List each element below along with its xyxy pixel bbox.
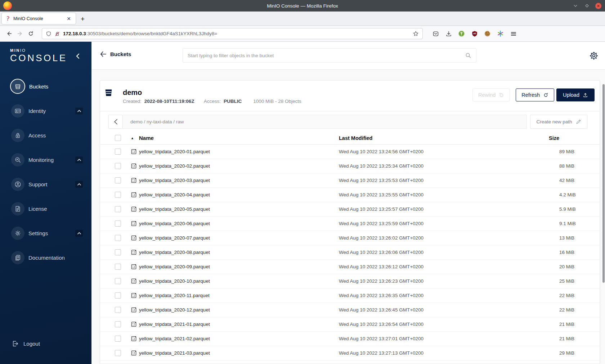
table-row[interactable]: yellow_tripdata_2021-01.parquet Wed Aug … — [100, 317, 600, 332]
object-name: yellow_tripdata_2020-04.parquet — [139, 192, 339, 197]
table-row[interactable]: yellow_tripdata_2020-09.parquet Wed Aug … — [100, 260, 600, 274]
table-row[interactable]: yellow_tripdata_2020-02.parquet Wed Aug … — [100, 159, 600, 173]
sort-asc-icon[interactable]: ▲ — [131, 136, 137, 140]
create-new-path-button[interactable]: Create new path — [530, 115, 587, 129]
connection-not-secure-icon[interactable] — [54, 31, 60, 37]
object-name: yellow_tripdata_2020-05.parquet — [139, 206, 339, 212]
row-checkbox[interactable] — [115, 321, 121, 327]
maximize-icon[interactable] — [584, 3, 590, 9]
row-checkbox[interactable] — [115, 278, 121, 284]
chevron-up-icon[interactable] — [75, 230, 83, 237]
cookie-icon[interactable] — [484, 30, 491, 37]
minimize-icon[interactable] — [572, 3, 579, 9]
object-name: yellow_tripdata_2020-01.parquet — [139, 149, 339, 154]
column-header-name[interactable]: Name — [139, 135, 339, 141]
sidebar-item-label: Documentation — [28, 255, 65, 261]
new-tab-button[interactable]: + — [81, 15, 85, 22]
row-checkbox[interactable] — [115, 307, 121, 313]
sidebar-item-identity[interactable]: Identity — [0, 99, 91, 123]
tracking-shield-icon[interactable] — [46, 31, 51, 37]
chevron-up-icon[interactable] — [75, 156, 83, 163]
browser-tab[interactable]: MinIO Console ✕ — [2, 13, 76, 24]
row-checkbox[interactable] — [115, 292, 121, 299]
sidebar-item-logout[interactable]: Logout — [11, 340, 40, 347]
table-row[interactable]: yellow_tripdata_2020-04.parquet Wed Aug … — [100, 188, 600, 202]
table-row[interactable]: yellow_tripdata_2020-05.parquet Wed Aug … — [100, 202, 600, 217]
rewind-button[interactable]: Rewind — [472, 88, 510, 101]
sidebar-item-monitoring[interactable]: Monitoring — [0, 147, 91, 172]
browse-back-button[interactable] — [108, 115, 123, 129]
sidebar-collapse-button[interactable] — [76, 53, 82, 60]
sidebar-item-settings[interactable]: Settings — [0, 221, 91, 245]
settings-icon — [11, 227, 24, 240]
object-last-modified: Wed Aug 10 2022 13:25:55 GMT+0200 — [339, 192, 549, 197]
table-row[interactable]: yellow_tripdata_2020-11.parquet Wed Aug … — [100, 288, 600, 303]
ublock-icon[interactable]: uO — [471, 30, 478, 37]
row-checkbox[interactable] — [115, 336, 121, 342]
object-size: 42 MiB — [549, 178, 600, 183]
object-size: 22 MiB — [549, 293, 600, 298]
download-icon[interactable] — [445, 30, 452, 37]
table-row[interactable]: yellow_tripdata_2020-06.parquet Wed Aug … — [100, 217, 600, 231]
close-window-button[interactable] — [595, 3, 601, 9]
object-size: 5.9 MiB — [549, 206, 600, 212]
browser-toolbar: 172.18.0.3:30503/buckets/demo/browse/bnk… — [0, 26, 605, 42]
row-checkbox[interactable] — [115, 163, 121, 169]
back-to-buckets-button[interactable]: Buckets — [100, 51, 131, 57]
back-button[interactable] — [4, 28, 14, 39]
page-scrollbar[interactable] — [602, 84, 605, 283]
table-row[interactable]: yellow_tripdata_2020-01.parquet Wed Aug … — [100, 145, 600, 159]
object-last-modified: Wed Aug 10 2022 13:26:12 GMT+0200 — [339, 264, 549, 269]
sidebar-item-label: Buckets — [29, 83, 48, 90]
sidebar-item-documentation[interactable]: Documentation — [0, 245, 91, 270]
table-row[interactable]: yellow_tripdata_2020-07.parquet Wed Aug … — [100, 231, 600, 245]
reload-button[interactable] — [25, 28, 36, 39]
url-bar[interactable]: 172.18.0.3:30503/buckets/demo/browse/bnk… — [42, 28, 423, 39]
multi-extension-asterisk-icon[interactable] — [497, 30, 504, 37]
sidebar-item-buckets[interactable]: Buckets — [0, 74, 91, 99]
object-size: 4.2 MiB — [549, 192, 600, 197]
row-checkbox[interactable] — [115, 149, 121, 155]
menu-icon[interactable] — [510, 30, 517, 37]
window-titlebar: MinIO Console — Mozilla Firefox — [0, 0, 605, 12]
row-checkbox[interactable] — [115, 235, 121, 241]
row-checkbox[interactable] — [115, 220, 121, 227]
chevron-up-icon[interactable] — [75, 181, 83, 188]
refresh-button[interactable]: Refresh — [516, 88, 554, 101]
table-row[interactable]: yellow_tripdata_2020-03.parquet Wed Aug … — [100, 173, 600, 188]
forward-button[interactable] — [14, 28, 25, 39]
column-header-last-modified[interactable]: Last Modified — [339, 135, 549, 141]
table-row[interactable]: yellow_tripdata_2021-02.parquet Wed Aug … — [100, 332, 600, 346]
close-tab-icon[interactable]: ✕ — [65, 15, 72, 22]
row-checkbox[interactable] — [115, 264, 121, 270]
select-all-checkbox[interactable] — [115, 135, 121, 141]
object-name: yellow_tripdata_2020-12.parquet — [139, 307, 339, 313]
sidebar-item-license[interactable]: License — [0, 196, 91, 221]
row-checkbox[interactable] — [115, 206, 121, 212]
sidebar-item-support[interactable]: Support — [0, 172, 91, 196]
row-checkbox[interactable] — [115, 249, 121, 255]
pocket-icon[interactable] — [432, 30, 439, 37]
row-checkbox[interactable] — [115, 192, 121, 198]
settings-gear-button[interactable] — [589, 51, 599, 60]
table-row[interactable]: yellow_tripdata_2020-10.parquet Wed Aug … — [100, 274, 600, 288]
identity-icon — [11, 104, 24, 118]
sidebar-nav: Buckets Identity Access Monitoring Suppo… — [0, 74, 91, 270]
object-filter-searchbox[interactable] — [183, 48, 476, 63]
row-checkbox[interactable] — [115, 177, 121, 183]
upload-button[interactable]: Upload — [556, 88, 595, 101]
table-row[interactable]: yellow_tripdata_2020-12.parquet Wed Aug … — [100, 303, 600, 317]
column-header-size[interactable]: Size — [549, 135, 600, 141]
bookmark-star-icon[interactable] — [413, 31, 419, 37]
sidebar-item-access[interactable]: Access — [0, 123, 91, 147]
access-icon — [11, 129, 24, 142]
object-last-modified: Wed Aug 10 2022 13:26:02 GMT+0200 — [339, 235, 549, 241]
breadcrumb[interactable]: demo / ny-taxi-data / raw — [123, 115, 527, 129]
rewind-icon — [499, 92, 504, 98]
chevron-up-icon[interactable] — [75, 108, 83, 114]
table-row[interactable]: yellow_tripdata_2021-03.parquet Wed Aug … — [100, 346, 600, 360]
extension-green-icon[interactable] — [458, 30, 465, 37]
table-row[interactable]: yellow_tripdata_2020-08.parquet Wed Aug … — [100, 245, 600, 260]
row-checkbox[interactable] — [115, 350, 121, 356]
search-input[interactable] — [188, 53, 465, 58]
